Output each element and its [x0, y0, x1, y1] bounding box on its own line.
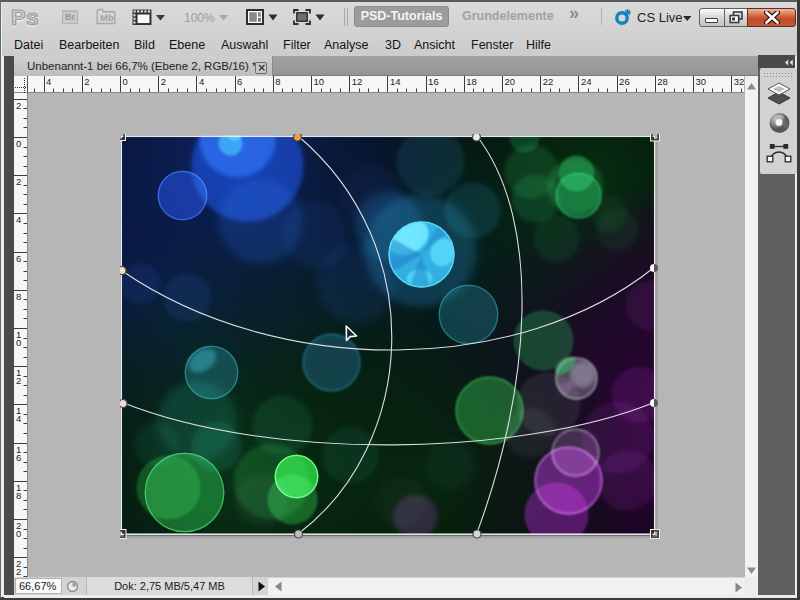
svg-text:4: 4	[199, 76, 204, 87]
svg-text:8: 8	[16, 490, 21, 501]
svg-text:24: 24	[581, 76, 592, 87]
svg-text:2: 2	[16, 100, 21, 111]
svg-text:2: 2	[16, 176, 21, 187]
svg-text:0: 0	[16, 337, 21, 348]
svg-text:22: 22	[543, 76, 554, 87]
svg-text:2: 2	[84, 76, 89, 87]
svg-text:6: 6	[16, 452, 21, 463]
svg-text:16: 16	[428, 76, 439, 87]
svg-text:2: 2	[16, 375, 21, 386]
svg-text:8: 8	[275, 76, 280, 87]
svg-text:20: 20	[505, 76, 516, 87]
svg-text:0: 0	[123, 76, 128, 87]
svg-text:12: 12	[352, 76, 363, 87]
svg-text:0: 0	[16, 528, 21, 539]
svg-text:30: 30	[696, 76, 707, 87]
svg-text:6: 6	[237, 76, 242, 87]
svg-text:6: 6	[16, 253, 21, 264]
svg-text:28: 28	[657, 76, 668, 87]
svg-text:14: 14	[390, 76, 401, 87]
svg-text:4: 4	[46, 76, 51, 87]
svg-text:8: 8	[16, 291, 21, 302]
svg-text:18: 18	[466, 76, 477, 87]
svg-text:26: 26	[619, 76, 630, 87]
svg-text:4: 4	[16, 214, 21, 225]
svg-text:32: 32	[734, 76, 744, 87]
svg-text:Mb: Mb	[100, 12, 114, 23]
svg-text:2: 2	[161, 76, 166, 87]
svg-text:10: 10	[314, 76, 325, 87]
svg-text:2: 2	[16, 566, 21, 577]
svg-text:0: 0	[16, 138, 21, 149]
svg-text:4: 4	[16, 413, 21, 424]
